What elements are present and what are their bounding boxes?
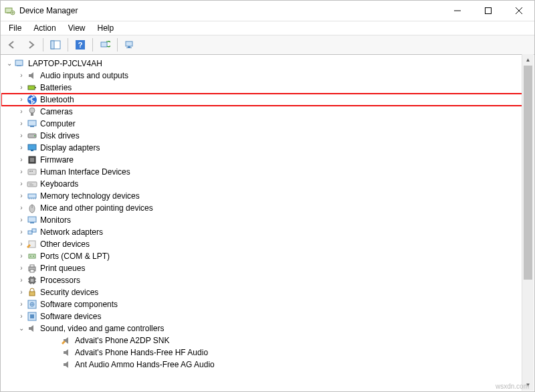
tree-subitem-label: Advait's Phone A2DP SNK	[75, 334, 170, 347]
firmware-icon	[27, 155, 37, 165]
tree-subitem[interactable]: Advait's Phone A2DP SNK	[1, 334, 534, 347]
tree-item[interactable]: ›Ports (COM & LPT)	[1, 250, 534, 262]
collapse-icon[interactable]: ⌄	[17, 322, 25, 334]
device-tree[interactable]: ⌄ LAPTOP-PJCLV4AH ›Audio inputs and outp…	[1, 55, 534, 391]
devices-and-printers-button[interactable]	[121, 36, 138, 54]
collapse-icon[interactable]: ⌄	[5, 58, 13, 70]
expand-icon[interactable]: ›	[17, 274, 25, 286]
tree-item[interactable]: ›Firmware	[1, 154, 534, 166]
printer-icon	[27, 263, 37, 274]
tree-item-label: Audio inputs and outputs	[40, 70, 128, 82]
expand-icon[interactable]: ›	[17, 310, 25, 322]
tree-item[interactable]: ›Monitors	[1, 214, 534, 226]
camera-icon	[27, 106, 37, 117]
titlebar: Device Manager	[1, 1, 534, 21]
svg-rect-10	[128, 46, 130, 47]
tree-item[interactable]: ›Other devices	[1, 238, 534, 250]
help-button[interactable]: ?	[72, 36, 89, 54]
expand-icon[interactable]: ›	[17, 202, 25, 214]
tree-item[interactable]: ›Software components	[1, 298, 534, 310]
expand-icon[interactable]: ›	[17, 70, 25, 82]
tree-item-label: Batteries	[40, 82, 72, 94]
nav-forward-button[interactable]	[22, 36, 39, 54]
app-icon	[5, 5, 15, 16]
tree-item[interactable]: ›Bluetooth	[1, 94, 534, 106]
tree-item-label: Sound, video and game controllers	[40, 322, 164, 334]
tree-subitem[interactable]: Advait's Phone Hands-Free HF Audio	[1, 347, 534, 359]
expand-icon[interactable]: ›	[17, 94, 25, 106]
tree-item[interactable]: ›Human Interface Devices	[1, 166, 534, 178]
tree-item[interactable]: ›Computer	[1, 118, 534, 130]
svg-rect-52	[30, 270, 34, 272]
expand-icon[interactable]: ›	[17, 106, 25, 118]
tree-item[interactable]: ›Software devices	[1, 310, 534, 322]
tree-subitem[interactable]: Ant Audio Ammo Hands-Free AG Audio	[1, 359, 534, 371]
svg-rect-34	[29, 185, 33, 185]
maximize-button[interactable]	[473, 1, 504, 21]
svg-rect-42	[28, 217, 36, 222]
expand-icon[interactable]: ›	[17, 118, 25, 130]
expand-icon[interactable]: ›	[17, 226, 25, 238]
tree-item[interactable]: ›Security devices	[1, 286, 534, 298]
audio-device-icon	[62, 335, 72, 346]
menu-help[interactable]: Help	[92, 22, 120, 34]
minimize-button[interactable]	[442, 1, 473, 21]
tree-item[interactable]: ›Keyboards	[1, 178, 534, 190]
expand-icon[interactable]: ›	[17, 250, 25, 262]
tree-item-label: Cameras	[40, 106, 73, 118]
expand-icon[interactable]: ›	[17, 190, 25, 202]
cpu-icon	[27, 275, 37, 286]
expand-icon[interactable]: ›	[17, 238, 25, 250]
audio-device-icon	[62, 347, 72, 358]
scroll-thumb[interactable]	[524, 66, 532, 280]
toolbar-separator	[68, 38, 68, 52]
audio-device-icon	[62, 359, 72, 370]
tree-item[interactable]: ›Audio inputs and outputs	[1, 70, 534, 82]
tree-item[interactable]: ›Mice and other pointing devices	[1, 202, 534, 214]
svg-rect-26	[30, 158, 34, 162]
close-button[interactable]	[504, 1, 534, 21]
expand-icon[interactable]: ›	[17, 178, 25, 190]
expand-icon[interactable]: ›	[17, 142, 25, 154]
svg-rect-18	[31, 113, 33, 116]
tree-root[interactable]: ⌄ LAPTOP-PJCLV4AH	[1, 58, 534, 70]
menu-file[interactable]: File	[3, 22, 27, 34]
tree-item[interactable]: ›Processors	[1, 274, 534, 286]
tree-item-label: Keyboards	[40, 178, 78, 190]
scroll-track[interactable]	[522, 66, 534, 379]
tree-item-label: Print queues	[40, 262, 85, 274]
expand-icon[interactable]: ›	[17, 166, 25, 178]
scan-hardware-button[interactable]	[96, 36, 114, 54]
menu-action[interactable]: Action	[28, 22, 61, 34]
svg-rect-45	[32, 229, 36, 232]
expand-icon[interactable]: ›	[17, 214, 25, 226]
tree-item[interactable]: ›Disk drives	[1, 130, 534, 142]
nav-back-button[interactable]	[3, 36, 21, 54]
security-icon	[27, 287, 37, 298]
tree-item[interactable]: ›Print queues	[1, 262, 534, 274]
expand-icon[interactable]: ›	[17, 154, 25, 166]
tree-item-label: Other devices	[40, 238, 90, 250]
svg-rect-30	[27, 182, 37, 187]
tree-item-sound[interactable]: ⌄ Sound, video and game controllers	[1, 322, 534, 334]
svg-rect-12	[15, 60, 23, 66]
tree-item[interactable]: ›Memory technology devices	[1, 190, 534, 202]
menu-view[interactable]: View	[63, 22, 91, 34]
tree-item[interactable]: ›Display adapters	[1, 142, 534, 154]
expand-icon[interactable]: ›	[17, 130, 25, 142]
svg-rect-5	[51, 41, 54, 49]
device-tree-pane: ⌄ LAPTOP-PJCLV4AH ›Audio inputs and outp…	[1, 54, 534, 391]
tree-item-label: Human Interface Devices	[40, 166, 130, 178]
scroll-up-button[interactable]: ▲	[522, 54, 534, 66]
expand-icon[interactable]: ›	[17, 82, 25, 94]
tree-item[interactable]: ›Cameras	[1, 106, 534, 118]
vertical-scrollbar[interactable]: ▲ ▼	[522, 54, 534, 391]
tree-item[interactable]: ›Batteries	[1, 82, 534, 94]
show-hide-tree-button[interactable]	[47, 36, 64, 54]
tree-item-label: Software devices	[40, 310, 101, 322]
expand-icon[interactable]: ›	[17, 286, 25, 298]
tree-item[interactable]: ›Network adapters	[1, 226, 534, 238]
display-icon	[27, 142, 37, 153]
expand-icon[interactable]: ›	[17, 262, 25, 274]
expand-icon[interactable]: ›	[17, 298, 25, 310]
